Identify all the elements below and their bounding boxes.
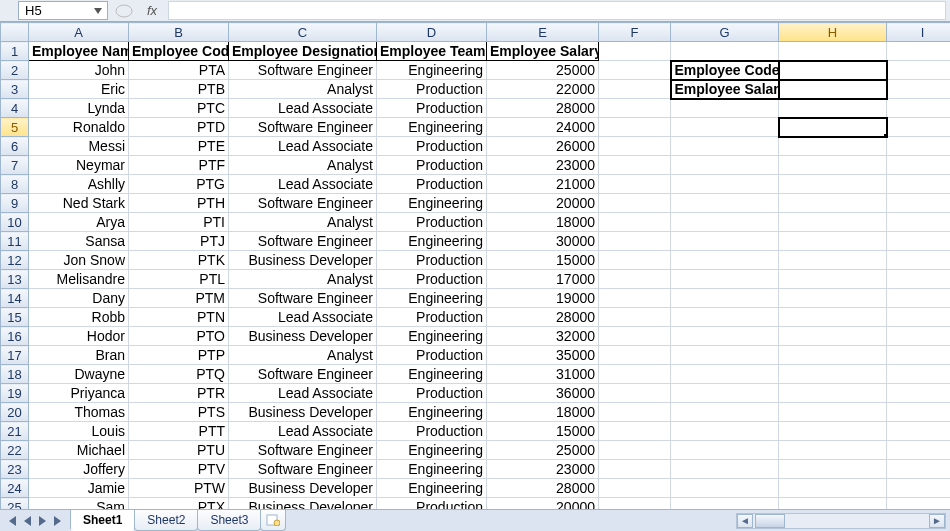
- cell-G13[interactable]: [671, 270, 779, 289]
- cell-C19[interactable]: Lead Associate: [229, 384, 377, 403]
- cell-C21[interactable]: Lead Associate: [229, 422, 377, 441]
- cell-I1[interactable]: [887, 42, 951, 61]
- cell-F17[interactable]: [599, 346, 671, 365]
- cell-C25[interactable]: Business Developer: [229, 498, 377, 510]
- cell-A12[interactable]: Jon Snow: [29, 251, 129, 270]
- cell-C13[interactable]: Analyst: [229, 270, 377, 289]
- row-header-15[interactable]: 15: [1, 308, 29, 327]
- tab-last-icon[interactable]: [52, 514, 66, 528]
- cell-D1[interactable]: Employee Team: [377, 42, 487, 61]
- row-header-17[interactable]: 17: [1, 346, 29, 365]
- cell-F13[interactable]: [599, 270, 671, 289]
- cell-F23[interactable]: [599, 460, 671, 479]
- cell-D5[interactable]: Engineering: [377, 118, 487, 137]
- cell-A22[interactable]: Michael: [29, 441, 129, 460]
- cell-I2[interactable]: [887, 61, 951, 80]
- cell-F20[interactable]: [599, 403, 671, 422]
- row-header-23[interactable]: 23: [1, 460, 29, 479]
- cell-H17[interactable]: [779, 346, 887, 365]
- cell-H2[interactable]: [779, 61, 887, 80]
- cell-D19[interactable]: Production: [377, 384, 487, 403]
- cell-A6[interactable]: Messi: [29, 137, 129, 156]
- col-header-D[interactable]: D: [377, 23, 487, 42]
- cell-E7[interactable]: 23000: [487, 156, 599, 175]
- cell-C9[interactable]: Software Engineer: [229, 194, 377, 213]
- cell-G19[interactable]: [671, 384, 779, 403]
- row-header-3[interactable]: 3: [1, 80, 29, 99]
- cell-A20[interactable]: Thomas: [29, 403, 129, 422]
- row-header-21[interactable]: 21: [1, 422, 29, 441]
- cell-B21[interactable]: PTT: [129, 422, 229, 441]
- cell-A10[interactable]: Arya: [29, 213, 129, 232]
- cell-E12[interactable]: 15000: [487, 251, 599, 270]
- cell-B8[interactable]: PTG: [129, 175, 229, 194]
- cell-B7[interactable]: PTF: [129, 156, 229, 175]
- cell-H11[interactable]: [779, 232, 887, 251]
- cell-F12[interactable]: [599, 251, 671, 270]
- cell-D14[interactable]: Engineering: [377, 289, 487, 308]
- cell-H15[interactable]: [779, 308, 887, 327]
- cell-G3[interactable]: Employee Salary: [671, 80, 779, 99]
- formula-input[interactable]: [168, 1, 946, 20]
- cell-B22[interactable]: PTU: [129, 441, 229, 460]
- cell-C2[interactable]: Software Engineer: [229, 61, 377, 80]
- cell-I6[interactable]: [887, 137, 951, 156]
- tab-prev-icon[interactable]: [20, 514, 34, 528]
- cell-I9[interactable]: [887, 194, 951, 213]
- cell-F1[interactable]: [599, 42, 671, 61]
- cell-B19[interactable]: PTR: [129, 384, 229, 403]
- cell-I7[interactable]: [887, 156, 951, 175]
- cell-C6[interactable]: Lead Associate: [229, 137, 377, 156]
- cell-I5[interactable]: [887, 118, 951, 137]
- row-header-25[interactable]: 25: [1, 498, 29, 510]
- cell-A17[interactable]: Bran: [29, 346, 129, 365]
- cell-D18[interactable]: Engineering: [377, 365, 487, 384]
- cell-F7[interactable]: [599, 156, 671, 175]
- cell-E17[interactable]: 35000: [487, 346, 599, 365]
- cell-H18[interactable]: [779, 365, 887, 384]
- col-header-A[interactable]: A: [29, 23, 129, 42]
- cell-H7[interactable]: [779, 156, 887, 175]
- cell-C10[interactable]: Analyst: [229, 213, 377, 232]
- cell-E1[interactable]: Employee Salary: [487, 42, 599, 61]
- cell-F14[interactable]: [599, 289, 671, 308]
- col-header-G[interactable]: G: [671, 23, 779, 42]
- new-sheet-button[interactable]: [260, 510, 286, 531]
- cell-A15[interactable]: Robb: [29, 308, 129, 327]
- cell-D16[interactable]: Engineering: [377, 327, 487, 346]
- cell-F6[interactable]: [599, 137, 671, 156]
- cell-B14[interactable]: PTM: [129, 289, 229, 308]
- cell-E14[interactable]: 19000: [487, 289, 599, 308]
- cell-B17[interactable]: PTP: [129, 346, 229, 365]
- cell-D4[interactable]: Production: [377, 99, 487, 118]
- cell-G24[interactable]: [671, 479, 779, 498]
- cell-C24[interactable]: Business Developer: [229, 479, 377, 498]
- cell-E13[interactable]: 17000: [487, 270, 599, 289]
- cell-F21[interactable]: [599, 422, 671, 441]
- cell-F18[interactable]: [599, 365, 671, 384]
- cell-G20[interactable]: [671, 403, 779, 422]
- cell-D15[interactable]: Production: [377, 308, 487, 327]
- cell-H23[interactable]: [779, 460, 887, 479]
- cell-H21[interactable]: [779, 422, 887, 441]
- cell-B23[interactable]: PTV: [129, 460, 229, 479]
- cell-E18[interactable]: 31000: [487, 365, 599, 384]
- scroll-thumb[interactable]: [755, 514, 785, 528]
- cell-I16[interactable]: [887, 327, 951, 346]
- cell-A9[interactable]: Ned Stark: [29, 194, 129, 213]
- cell-G2[interactable]: Employee Code: [671, 61, 779, 80]
- cell-B3[interactable]: PTB: [129, 80, 229, 99]
- cell-G23[interactable]: [671, 460, 779, 479]
- cell-G21[interactable]: [671, 422, 779, 441]
- cell-D9[interactable]: Engineering: [377, 194, 487, 213]
- cell-G4[interactable]: [671, 99, 779, 118]
- cell-F4[interactable]: [599, 99, 671, 118]
- scroll-right-icon[interactable]: ►: [929, 514, 945, 528]
- cell-C16[interactable]: Business Developer: [229, 327, 377, 346]
- cell-A14[interactable]: Dany: [29, 289, 129, 308]
- cell-G25[interactable]: [671, 498, 779, 510]
- cell-F19[interactable]: [599, 384, 671, 403]
- row-header-14[interactable]: 14: [1, 289, 29, 308]
- cell-A11[interactable]: Sansa: [29, 232, 129, 251]
- row-header-10[interactable]: 10: [1, 213, 29, 232]
